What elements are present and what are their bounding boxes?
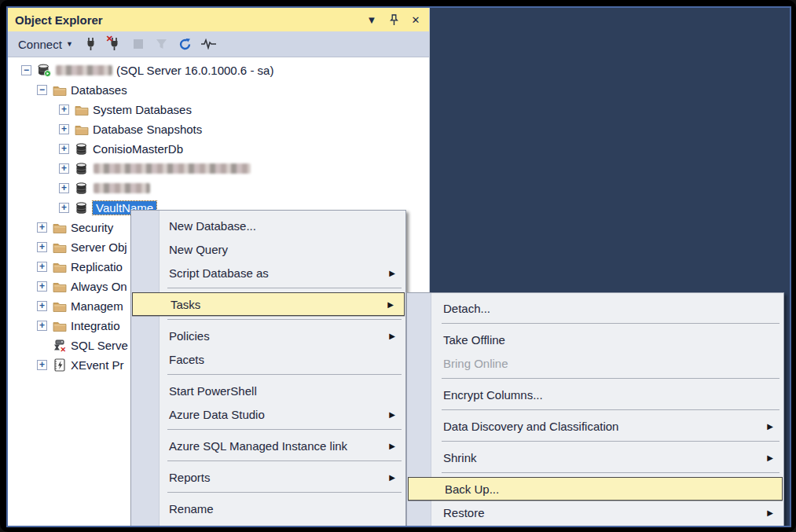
menu-separator — [167, 429, 402, 430]
tasks-submenu: Detach...Take OfflineBring OnlineEncrypt… — [406, 292, 784, 527]
agent-icon: ✕ — [52, 339, 67, 352]
expand-icon[interactable]: + — [59, 203, 69, 213]
menu-item-start-powershell[interactable]: Start PowerShell — [131, 379, 405, 402]
menu-separator — [167, 492, 402, 493]
expand-icon[interactable]: + — [37, 222, 47, 233]
menu-item-label: Take Offline — [443, 333, 505, 347]
expand-icon[interactable]: + — [37, 301, 47, 311]
server-version-text: (SQL Server 16.0.1000.6 - sa) — [116, 64, 273, 77]
disconnect-plug-icon[interactable]: ✕ — [107, 36, 123, 52]
tree-item-redacted[interactable]: −(SQL Server 16.0.1000.6 - sa) — [8, 61, 429, 80]
menu-item-azure-sql-managed-instance-link[interactable]: Azure SQL Managed Instance link▶ — [131, 434, 405, 457]
menu-item-label: Policies — [169, 329, 210, 343]
expand-icon[interactable]: + — [59, 183, 69, 193]
expand-icon[interactable]: + — [37, 242, 47, 252]
tree-item-label: Replicatio — [71, 260, 123, 273]
expand-icon[interactable]: + — [37, 360, 47, 370]
connect-label: Connect — [18, 38, 62, 51]
submenu-arrow-icon: ▶ — [767, 508, 773, 517]
chevron-down-icon: ▼ — [66, 40, 73, 48]
expand-icon[interactable]: + — [59, 105, 69, 115]
menu-item-back-up[interactable]: Back Up... — [408, 477, 783, 501]
menu-item-label: Back Up... — [445, 482, 499, 496]
expand-icon[interactable]: + — [59, 124, 69, 134]
screenshot-frame: Object Explorer ▼ ✕ Connect ▼ — [0, 0, 796, 532]
tree-item-system-databases[interactable]: +System Databases — [8, 100, 429, 119]
expand-icon[interactable]: + — [59, 144, 69, 154]
tree-item-label: SQL Serve — [71, 339, 128, 352]
menu-item-shrink[interactable]: Shrink▶ — [407, 446, 783, 469]
menu-item-data-discovery-and-classification[interactable]: Data Discovery and Classification▶ — [407, 414, 783, 438]
tree-item-label: System Databases — [93, 103, 192, 116]
menu-item-rename[interactable]: Rename — [131, 497, 405, 520]
menu-item-facets[interactable]: Facets — [131, 347, 405, 371]
menu-item-new-query[interactable]: New Query — [131, 237, 405, 261]
server-icon — [36, 64, 51, 77]
collapse-icon[interactable]: − — [37, 85, 47, 95]
filter-icon[interactable] — [154, 36, 170, 52]
expand-icon[interactable]: + — [37, 321, 47, 331]
red-x-overlay: ✕ — [106, 34, 113, 44]
menu-item-label: New Database... — [169, 219, 256, 233]
menu-item-script-database-as[interactable]: Script Database as▶ — [131, 261, 405, 284]
activity-monitor-icon[interactable] — [201, 36, 217, 52]
menu-item-label: Data Discovery and Classification — [443, 420, 618, 433]
menu-item-encrypt-columns[interactable]: Encrypt Columns... — [407, 383, 783, 406]
expand-icon[interactable]: + — [37, 262, 47, 272]
folder-icon — [74, 103, 89, 116]
ssms-workspace: Object Explorer ▼ ✕ Connect ▼ — [6, 6, 791, 527]
menu-item-label: Reports — [169, 471, 211, 484]
pin-icon[interactable] — [387, 13, 400, 26]
tree-item-conisiomasterdb[interactable]: +ConisioMasterDb — [8, 139, 429, 159]
tree-item-label: Integratio — [71, 319, 120, 332]
expand-icon[interactable]: + — [59, 163, 69, 174]
menu-item-azure-data-studio[interactable]: Azure Data Studio▶ — [131, 402, 405, 426]
menu-item-label: Encrypt Columns... — [443, 388, 543, 402]
menu-item-label: Start PowerShell — [169, 384, 257, 398]
menu-item-label: Detach... — [443, 302, 490, 315]
submenu-arrow-icon: ▶ — [389, 269, 395, 277]
tree-item-databases[interactable]: −Databases — [8, 80, 429, 100]
refresh-icon[interactable] — [178, 36, 193, 52]
stop-icon[interactable] — [130, 36, 146, 52]
menu-item-label: Restore — [443, 506, 485, 519]
menu-item-label: Facets — [169, 353, 204, 366]
menu-separator — [167, 288, 402, 288]
menu-separator — [442, 441, 779, 442]
tree-item-redacted[interactable]: + — [8, 159, 429, 178]
object-explorer-toolbar: Connect ▼ ✕ — [8, 31, 429, 57]
connect-plug-icon[interactable] — [83, 36, 99, 52]
folder-icon — [52, 240, 67, 254]
menu-item-detach[interactable]: Detach... — [407, 296, 783, 320]
menu-item-label: Azure SQL Managed Instance link — [169, 439, 347, 453]
database-icon — [74, 162, 89, 175]
submenu-arrow-icon: ▶ — [767, 422, 773, 431]
tree-item-label: Security — [71, 221, 113, 234]
tree-item-database-snapshots[interactable]: +Database Snapshots — [8, 119, 429, 139]
panel-title: Object Explorer — [15, 13, 103, 27]
redacted-text — [94, 163, 251, 174]
tree-item-redacted[interactable]: + — [8, 178, 429, 198]
connect-button[interactable]: Connect ▼ — [16, 36, 75, 53]
close-icon[interactable]: ✕ — [409, 13, 422, 26]
menu-item-take-offline[interactable]: Take Offline — [407, 328, 783, 351]
submenu-arrow-icon: ▶ — [389, 410, 395, 419]
menu-item-tasks[interactable]: Tasks▶ — [132, 292, 405, 316]
menu-item-bring-online[interactable]: Bring Online — [407, 351, 783, 375]
tree-item-label: XEvent Pr — [71, 358, 124, 372]
database-icon — [74, 182, 89, 195]
menu-item-restore[interactable]: Restore▶ — [407, 501, 783, 524]
menu-item-reports[interactable]: Reports▶ — [131, 465, 405, 489]
folder-icon — [52, 319, 67, 332]
window-position-icon[interactable]: ▼ — [365, 13, 378, 26]
redacted-text — [94, 183, 150, 193]
menu-item-new-database[interactable]: New Database... — [131, 214, 405, 237]
menu-separator — [442, 409, 779, 410]
collapse-icon[interactable]: − — [21, 65, 31, 75]
expand-icon[interactable]: + — [37, 281, 47, 292]
menu-item-label: Script Database as — [169, 266, 269, 280]
menu-separator — [167, 460, 402, 461]
submenu-arrow-icon: ▶ — [389, 442, 395, 450]
menu-item-policies[interactable]: Policies▶ — [131, 324, 405, 347]
svg-text:✕: ✕ — [60, 345, 66, 352]
